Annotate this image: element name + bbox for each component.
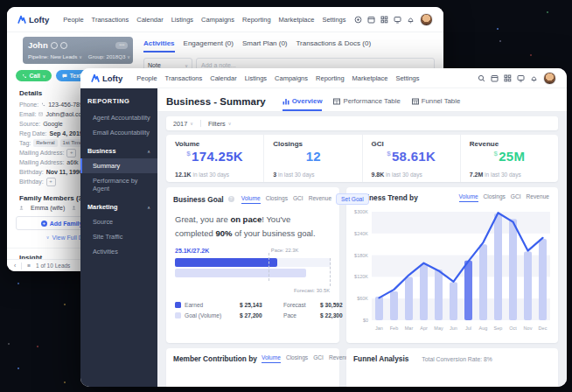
- sidebar-item[interactable]: Business ∧: [80, 144, 157, 158]
- nav-item[interactable]: Marketplace: [352, 74, 388, 82]
- tab-funnel-table[interactable]: Funnel Table: [412, 97, 461, 111]
- set-goal-button[interactable]: Set Goal: [336, 193, 369, 205]
- svg-text:$60K: $60K: [357, 296, 368, 301]
- nav-item[interactable]: Marketplace: [279, 16, 315, 24]
- svg-text:Oct: Oct: [509, 326, 517, 331]
- contact-badge-icon: [51, 42, 58, 49]
- nav-item[interactable]: People: [136, 74, 157, 82]
- member-metric-tab[interactable]: GCI: [313, 354, 324, 363]
- target-icon[interactable]: [354, 16, 362, 24]
- nav-item[interactable]: Transactions: [92, 16, 129, 24]
- lofty-logo[interactable]: Lofty: [17, 15, 49, 24]
- sidebar-title: REPORTING: [80, 95, 157, 110]
- trend-metric-tab[interactable]: Volume: [459, 193, 478, 202]
- earned-swatch: [175, 302, 181, 308]
- nav-item[interactable]: People: [63, 16, 83, 24]
- svg-text:$180K: $180K: [354, 253, 368, 258]
- pipeline-dropdown[interactable]: Pipeline: New Leads ∨: [28, 53, 82, 60]
- user-avatar[interactable]: [420, 13, 433, 26]
- user-avatar[interactable]: [543, 72, 556, 85]
- desktop: { "back_window": { "brand": "Lofty", "na…: [0, 0, 572, 392]
- bell-icon[interactable]: [530, 74, 538, 82]
- group-dropdown[interactable]: Group: 2018Q3 ∨: [88, 53, 130, 60]
- svg-text:Sep: Sep: [494, 326, 503, 331]
- front-top-nav: Lofty PeopleTransactionsCalendarListings…: [80, 68, 567, 88]
- nav-item[interactable]: Calendar: [136, 16, 163, 24]
- svg-text:$0: $0: [363, 318, 368, 323]
- nav-item[interactable]: Campaigns: [201, 16, 234, 24]
- trend-metric-tab[interactable]: Closings: [484, 193, 506, 202]
- more-options-button[interactable]: ⋯: [115, 42, 128, 49]
- trend-metric-tab[interactable]: Revenue: [527, 193, 549, 202]
- pager-prev-button[interactable]: ‹: [14, 262, 16, 269]
- contact-tab[interactable]: Activities: [143, 39, 175, 52]
- nav-item[interactable]: Listings: [171, 16, 193, 24]
- contact-tab[interactable]: Engagement (0): [184, 39, 234, 52]
- tab-overview[interactable]: Overview: [283, 97, 323, 111]
- contact-tab[interactable]: Smart Plan (0): [242, 39, 288, 52]
- legend-goal: Goal (Volume): [175, 312, 240, 318]
- plus-icon: +: [41, 220, 47, 227]
- list-icon[interactable]: ≡: [27, 262, 31, 269]
- sidebar-item[interactable]: Marketing ∧: [80, 200, 157, 214]
- kpi-value: 12: [273, 149, 352, 164]
- calendar-icon[interactable]: [491, 74, 499, 82]
- sidebar-item[interactable]: Agent Accountability: [80, 110, 157, 125]
- nav-item[interactable]: Transactions: [165, 74, 203, 82]
- goal-metric-tab[interactable]: Volume: [241, 195, 261, 204]
- monitor-icon[interactable]: [517, 74, 525, 82]
- monitor-icon[interactable]: [394, 16, 401, 24]
- member-metric-tab[interactable]: Volume: [262, 354, 281, 363]
- nav-item[interactable]: Reporting: [242, 16, 271, 24]
- lofty-logo[interactable]: Lofty: [91, 74, 122, 83]
- tab-performance-table[interactable]: Performance Table: [333, 97, 400, 111]
- sidebar-item[interactable]: Summary: [80, 158, 157, 173]
- chevron-icon: ∧: [147, 205, 150, 210]
- info-icon[interactable]: ?: [228, 196, 234, 202]
- filters-dropdown[interactable]: Filters∨: [208, 120, 232, 128]
- svg-text:$300K: $300K: [354, 209, 368, 214]
- goal-metric-tab[interactable]: Revenue: [309, 195, 331, 204]
- apps-grid-icon[interactable]: [504, 74, 512, 82]
- brand-name: Lofty: [29, 15, 49, 24]
- goal-metric-tab[interactable]: Closings: [266, 195, 288, 204]
- search-icon[interactable]: [478, 74, 485, 82]
- year-dropdown[interactable]: 2017∨: [173, 120, 193, 128]
- kpi-subtext: 9.8K in last 30 days: [372, 172, 422, 178]
- svg-text:Jan: Jan: [375, 326, 383, 331]
- sidebar-item[interactable]: Activities: [80, 244, 157, 259]
- svg-text:Jun: Jun: [450, 326, 457, 331]
- calendar-icon[interactable]: [367, 16, 375, 24]
- member-metric-tab[interactable]: Closings: [286, 354, 308, 363]
- trend-metric-tab[interactable]: GCI: [511, 193, 521, 202]
- sidebar-item[interactable]: Performance by Agent: [80, 173, 157, 196]
- add-birthday-button[interactable]: +: [46, 178, 56, 186]
- svg-text:Feb: Feb: [390, 326, 398, 331]
- tag-chip[interactable]: Referral: [33, 139, 57, 147]
- nav-item[interactable]: Settings: [322, 16, 345, 24]
- nav-item[interactable]: Listings: [245, 74, 267, 82]
- family-member[interactable]: Emma (wife): [31, 205, 65, 211]
- goal-progress-label: 25.1K/27.2K: [175, 248, 209, 254]
- nav-item[interactable]: Campaigns: [275, 74, 308, 82]
- nav-item[interactable]: Reporting: [316, 74, 345, 82]
- svg-text:Apr: Apr: [420, 326, 428, 331]
- sidebar-item[interactable]: Email Accountability: [80, 125, 157, 140]
- business-goal-card: Business Goal ? VolumeClosingsGCIRevenue…: [166, 187, 339, 343]
- nav-item[interactable]: Settings: [395, 74, 419, 82]
- contact-badge-icon: [60, 42, 67, 49]
- bell-icon[interactable]: [407, 16, 415, 24]
- kpi-value: $25M: [470, 149, 549, 164]
- chat-bubble-icon: [62, 74, 67, 79]
- apps-grid-icon[interactable]: [380, 16, 388, 24]
- contact-tab[interactable]: Transactions & Docs (0): [296, 39, 372, 52]
- sidebar-item[interactable]: Source: [80, 214, 157, 229]
- sidebar-item[interactable]: Site Traffic: [80, 229, 157, 244]
- nav-item[interactable]: Calendar: [210, 74, 236, 82]
- reporting-window: Lofty PeopleTransactionsCalendarListings…: [80, 68, 567, 387]
- reporting-main: Business - Summary Overview Performance …: [157, 88, 567, 387]
- add-mailing-button[interactable]: +: [66, 149, 76, 158]
- goal-metric-tab[interactable]: GCI: [293, 195, 303, 204]
- goal-message: Great, you are on pace! You've completed…: [166, 207, 334, 240]
- call-button[interactable]: Call∨: [16, 70, 52, 81]
